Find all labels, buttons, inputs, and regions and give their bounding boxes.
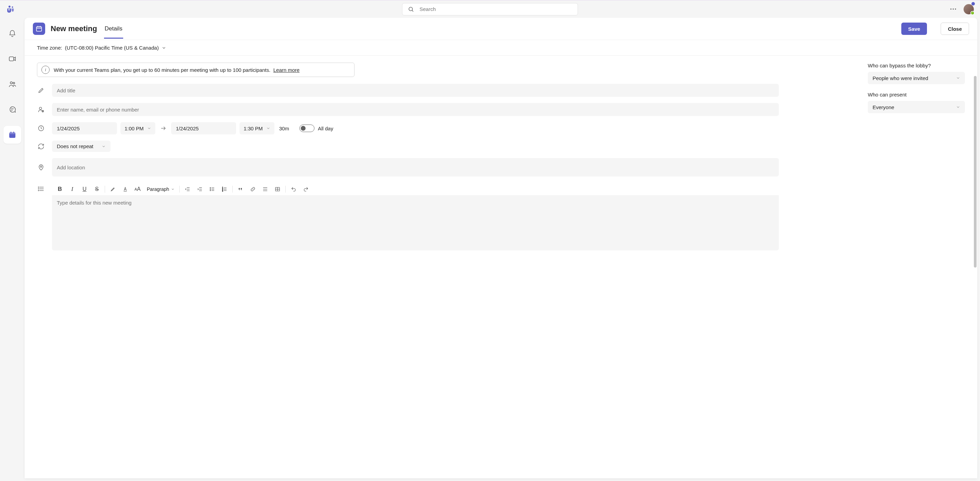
bypass-lobby-label: Who can bypass the lobby? [868, 63, 965, 68]
richtext-toolbar: B I U S AA Paragraph [52, 183, 779, 196]
end-date-input[interactable] [171, 122, 236, 135]
activity-tab[interactable] [3, 25, 21, 43]
learn-more-link[interactable]: Learn more [274, 67, 300, 73]
link-button[interactable] [248, 184, 258, 194]
indent-button[interactable] [195, 184, 205, 194]
community-tab[interactable] [3, 75, 21, 93]
arrow-right-icon [159, 125, 168, 131]
meeting-editor-panel: New meeting Details Save Close Time zone… [25, 18, 977, 478]
svg-point-0 [8, 5, 11, 8]
separator [232, 186, 233, 193]
chevron-down-icon [162, 46, 166, 50]
title-input[interactable] [52, 84, 779, 97]
svg-rect-11 [11, 132, 11, 133]
meet-tab[interactable] [3, 50, 21, 68]
meeting-form: i With your current Teams plan, you get … [25, 56, 864, 478]
svg-point-23 [40, 166, 42, 167]
bypass-lobby-value: People who were invited [873, 75, 928, 81]
separator [285, 186, 286, 193]
start-time-select[interactable]: 1:00 PM [121, 122, 155, 135]
chevron-down-icon [956, 105, 960, 109]
start-time-value: 1:00 PM [124, 125, 144, 131]
highlight-button[interactable] [108, 184, 118, 194]
title-bar: ··· [0, 0, 980, 18]
who-can-present-label: Who can present [868, 92, 965, 97]
svg-rect-3 [9, 9, 10, 11]
svg-point-8 [13, 83, 15, 84]
svg-point-4 [409, 7, 413, 11]
chevron-down-icon [956, 76, 960, 80]
description-icon [37, 186, 45, 192]
all-day-toggle[interactable] [299, 124, 315, 132]
svg-text:3: 3 [223, 190, 223, 192]
font-color-button[interactable] [120, 184, 130, 194]
separator [105, 186, 105, 193]
attendees-input[interactable] [52, 103, 779, 116]
divider-button[interactable] [260, 184, 270, 194]
info-icon: i [41, 66, 49, 74]
svg-point-17 [39, 107, 42, 110]
underline-button[interactable]: U [80, 184, 90, 194]
search-input[interactable] [420, 6, 572, 12]
chevron-down-icon [147, 126, 151, 130]
start-date-input[interactable] [52, 122, 117, 135]
teams-logo-icon [6, 5, 15, 14]
scrollbar[interactable] [974, 76, 977, 268]
recurrence-value: Does not repeat [57, 143, 94, 149]
paragraph-style-select[interactable]: Paragraph [145, 186, 177, 192]
location-icon [37, 164, 45, 171]
details-editor[interactable]: Type details for this new meeting [52, 196, 779, 251]
chevron-down-icon [266, 126, 270, 130]
location-input[interactable] [52, 158, 779, 176]
global-search[interactable] [402, 3, 578, 15]
more-options-button[interactable]: ··· [950, 5, 957, 13]
who-can-present-value: Everyone [873, 104, 894, 110]
page-title: New meeting [51, 24, 97, 33]
app-rail [0, 18, 25, 481]
end-time-select[interactable]: 1:30 PM [240, 122, 274, 135]
close-button[interactable]: Close [941, 22, 969, 35]
search-icon [408, 6, 414, 12]
timezone-row[interactable]: Time zone: (UTC-08:00) Pacific Time (US … [25, 40, 977, 56]
add-attendee-icon [37, 106, 45, 113]
bold-button[interactable]: B [55, 184, 65, 194]
italic-button[interactable]: I [67, 184, 77, 194]
undo-button[interactable] [288, 184, 299, 194]
tab-details[interactable]: Details [104, 19, 123, 39]
table-button[interactable] [272, 184, 283, 194]
timezone-label: Time zone: [37, 45, 62, 51]
font-size-button[interactable]: AA [132, 184, 143, 194]
duration-text: 30m [278, 125, 291, 131]
svg-rect-6 [9, 57, 14, 61]
calendar-tab[interactable] [3, 126, 21, 144]
bullet-list-button[interactable] [207, 184, 217, 194]
calendar-icon [33, 22, 45, 35]
svg-point-28 [38, 189, 39, 189]
svg-point-27 [38, 187, 39, 187]
svg-point-40 [210, 190, 211, 191]
save-button[interactable]: Save [901, 22, 927, 35]
svg-point-29 [38, 190, 39, 191]
numbered-list-button[interactable]: 123 [220, 184, 230, 194]
svg-point-1 [12, 6, 13, 8]
profile-button[interactable] [964, 4, 974, 14]
plan-info-banner: i With your current Teams plan, you get … [37, 63, 355, 77]
presence-available-icon [970, 11, 975, 15]
panel-header: New meeting Details Save Close [25, 18, 977, 40]
banner-text: With your current Teams plan, you get up… [54, 67, 270, 73]
bypass-lobby-select[interactable]: People who were invited [868, 72, 965, 84]
strikethrough-button[interactable]: S [92, 184, 102, 194]
chevron-down-icon [102, 144, 106, 148]
svg-rect-13 [37, 27, 42, 31]
repeat-icon [37, 143, 45, 150]
recurrence-select[interactable]: Does not repeat [52, 141, 111, 152]
svg-point-39 [210, 189, 211, 189]
outdent-button[interactable] [182, 184, 192, 194]
quote-button[interactable] [235, 184, 246, 194]
svg-point-38 [210, 187, 211, 188]
redo-button[interactable] [301, 184, 311, 194]
chat-tab[interactable] [3, 101, 21, 118]
who-can-present-select[interactable]: Everyone [868, 101, 965, 113]
svg-rect-10 [9, 132, 15, 134]
notification-dot-icon [972, 2, 975, 5]
